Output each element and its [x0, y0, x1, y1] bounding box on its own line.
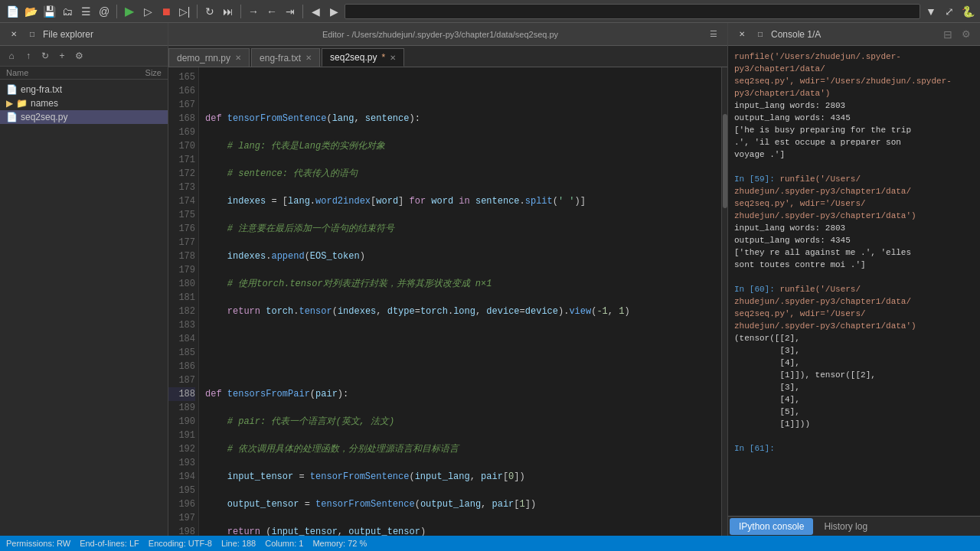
scrollbar-thumb[interactable] [723, 114, 727, 207]
list-icon[interactable]: ☰ [78, 4, 93, 19]
tab-close-icon[interactable]: ✕ [305, 54, 312, 62]
console-line: In [61]: [734, 442, 974, 455]
back-icon[interactable]: ◀ [308, 4, 323, 19]
forward-icon[interactable]: ▶ [326, 4, 341, 19]
console-line: [1]])) [734, 418, 974, 430]
editor-scrollbar[interactable] [721, 67, 727, 536]
tab-label: demo_rnn.py [177, 53, 230, 64]
code-line: output_tensor = tensorFromSentence(outpu… [205, 497, 715, 511]
console-line: [3], [734, 381, 974, 393]
console-line: seq2seq.py', wdir='/Users/ [734, 197, 974, 210]
history-log-label: History log [824, 521, 867, 532]
tab-label: eng-fra.txt [260, 53, 301, 64]
tab-history-log[interactable]: History log [815, 517, 877, 536]
console-line: [3], [734, 344, 974, 357]
file-icon: 📄 [6, 84, 18, 95]
console-maximize-icon[interactable]: □ [753, 27, 768, 42]
list-item[interactable]: 📄 seq2seq.py [0, 110, 168, 124]
status-encoding: Encoding: UTF-8 [149, 539, 212, 548]
tab-close-icon[interactable]: ✕ [235, 54, 241, 62]
python-icon[interactable]: 🐍 [960, 4, 975, 19]
main-content: ✕ □ File explorer ⌂ ↑ ↻ + ⚙ Name Size 📄 … [0, 23, 980, 536]
editor-options-icon[interactable]: ☰ [706, 27, 721, 42]
column-headers: Name Size [0, 67, 168, 80]
code-line: def tensorFromSentence(lang, sentence): [205, 112, 715, 126]
next-icon[interactable]: ⏭ [220, 4, 236, 19]
console-line: [4], [734, 357, 974, 369]
refresh-dir-icon[interactable]: ↻ [38, 49, 52, 63]
path-input[interactable]: /Users/zhudejun/.spyder-py3/chapter1/dat… [345, 4, 920, 19]
col-name-header: Name [6, 68, 145, 77]
code-line: def tensorsFromPair(pair): [205, 387, 715, 401]
code-line [205, 84, 715, 98]
sidebar-toolbar: ⌂ ↑ ↻ + ⚙ [0, 46, 168, 67]
dropdown-icon[interactable]: ▼ [923, 4, 939, 19]
separator-4 [302, 5, 303, 18]
run-cell-icon[interactable]: ▷ [140, 4, 155, 19]
status-column: Column: 1 [265, 539, 303, 548]
run-icon[interactable]: ▶ [122, 4, 137, 19]
console-line: runfile('/Users/zhudejun/.spyder-py3/cha… [734, 51, 974, 75]
at-icon[interactable]: @ [96, 4, 112, 19]
settings-icon[interactable]: ⚙ [72, 49, 86, 63]
parent-dir-icon[interactable]: ↑ [21, 49, 35, 63]
tab-close-icon[interactable]: ✕ [390, 54, 396, 62]
console-line: In [59]: runfile('/Users/ [734, 173, 974, 185]
tab-ipython-console[interactable]: IPython console [730, 518, 813, 535]
list-item[interactable]: 📄 eng-fra.txt [0, 83, 168, 96]
code-editor[interactable]: 165 166 167 168 169 170 171 172 173 174 … [168, 67, 727, 536]
sidebar-header: ✕ □ File explorer [0, 23, 168, 46]
save-all-icon[interactable]: 🗂 [60, 4, 75, 19]
refresh-icon[interactable]: ↻ [202, 4, 217, 19]
indent-icon[interactable]: → [246, 4, 261, 19]
status-permissions: Permissions: RW [6, 539, 70, 548]
separator-2 [197, 5, 198, 18]
console-options-icon[interactable]: ⊟ [940, 27, 956, 42]
console-line [734, 161, 974, 173]
tab-eng-fra[interactable]: eng-fra.txt ✕ [251, 48, 320, 67]
status-memory: Memory: 72 % [312, 539, 367, 548]
tab-demo-rnn[interactable]: demo_rnn.py ✕ [168, 48, 250, 67]
folder-icon: 📁 [16, 98, 28, 109]
console-header: ✕ □ Console 1/A ⊟ ⚙ [728, 23, 980, 46]
sidebar-maximize-icon[interactable]: □ [24, 27, 40, 42]
step-icon[interactable]: ⇥ [283, 4, 298, 19]
list-item[interactable]: ▶ 📁 names [0, 96, 168, 110]
stop-icon[interactable]: ⏹ [158, 4, 174, 19]
editor-path: Editor - /Users/zhudejun/.spyder-py3/cha… [175, 30, 706, 39]
code-line [205, 332, 715, 346]
file-name: seq2seq.py [21, 112, 162, 122]
console-tab-bar: IPython console History log [728, 516, 980, 536]
code-line [205, 360, 715, 373]
code-line: # 依次调用具体的处理函数，分别处理源语言和目标语言 [205, 442, 715, 456]
console-line: input_lang words: 2803 [734, 99, 974, 112]
console-line: seq2seq.py', wdir='/Users/ [734, 308, 974, 320]
main-toolbar: 📄 📂 💾 🗂 ☰ @ ▶ ▷ ⏹ ▷| ↻ ⏭ → ← ⇥ ◀ ▶ /User… [0, 0, 980, 23]
sidebar-close-icon[interactable]: ✕ [6, 27, 21, 42]
open-file-icon[interactable]: 📂 [23, 4, 38, 19]
code-line: # 注意要在最后添加一个语句的结束符号 [205, 222, 715, 236]
editor-tabs: demo_rnn.py ✕ eng-fra.txt ✕ seq2seq.py *… [168, 46, 727, 67]
new-file-icon[interactable]: 📄 [5, 4, 20, 19]
maximize-icon[interactable]: ⤢ [942, 4, 957, 19]
folder-expand-icon[interactable]: ▶ [6, 98, 13, 109]
editor-header: Editor - /Users/zhudejun/.spyder-py3/cha… [168, 23, 727, 46]
new-folder-icon[interactable]: + [55, 49, 69, 63]
console-close-icon[interactable]: ✕ [734, 27, 750, 42]
tab-modified-indicator: * [381, 52, 385, 63]
console-line: ['he is busy preparing for the trip [734, 124, 974, 136]
debug-icon[interactable]: ▷| [177, 4, 192, 19]
code-line: # lang: 代表是Lang类的实例化对象 [205, 139, 715, 153]
tab-seq2seq[interactable]: seq2seq.py * ✕ [322, 48, 404, 67]
status-bar: Permissions: RW End-of-lines: LF Encodin… [0, 536, 980, 551]
console-gear-icon[interactable]: ⚙ [959, 27, 974, 42]
save-icon[interactable]: 💾 [41, 4, 57, 19]
code-line: indexes.append(EOS_token) [205, 249, 715, 263]
file-name: eng-fra.txt [21, 84, 162, 95]
unindent-icon[interactable]: ← [264, 4, 279, 19]
code-content[interactable]: def tensorFromSentence(lang, sentence): … [199, 67, 721, 536]
console-line [734, 430, 974, 442]
home-icon[interactable]: ⌂ [5, 49, 18, 63]
console-line: zhudejun/.spyder-py3/chapter1/data/ [734, 185, 974, 197]
console-line: (tensor([[2], [734, 332, 974, 344]
